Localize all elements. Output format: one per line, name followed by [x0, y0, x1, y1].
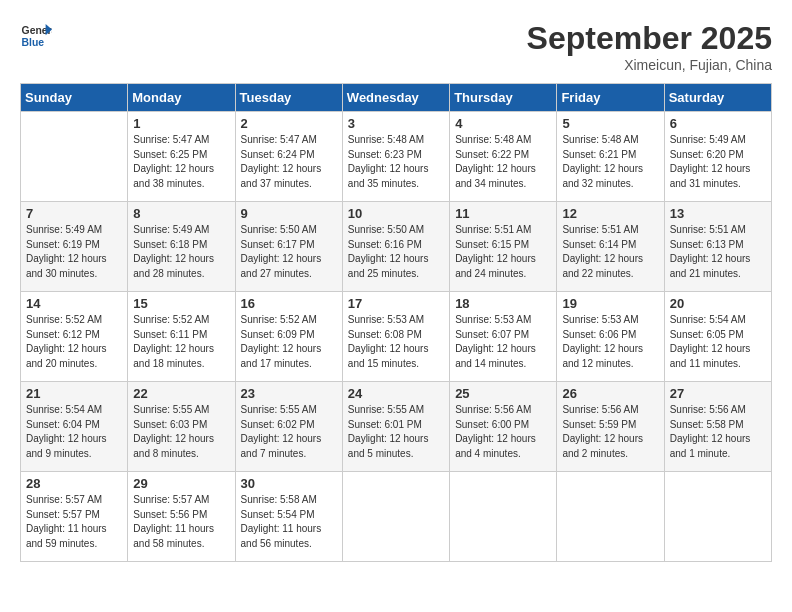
- location: Ximeicun, Fujian, China: [527, 57, 772, 73]
- day-number: 10: [348, 206, 444, 221]
- day-number: 28: [26, 476, 122, 491]
- week-row-4: 21Sunrise: 5:54 AM Sunset: 6:04 PM Dayli…: [21, 382, 772, 472]
- day-info: Sunrise: 5:47 AM Sunset: 6:25 PM Dayligh…: [133, 133, 229, 191]
- calendar-cell: 14Sunrise: 5:52 AM Sunset: 6:12 PM Dayli…: [21, 292, 128, 382]
- day-info: Sunrise: 5:58 AM Sunset: 5:54 PM Dayligh…: [241, 493, 337, 551]
- header-thursday: Thursday: [450, 84, 557, 112]
- day-info: Sunrise: 5:48 AM Sunset: 6:22 PM Dayligh…: [455, 133, 551, 191]
- day-number: 8: [133, 206, 229, 221]
- day-info: Sunrise: 5:49 AM Sunset: 6:18 PM Dayligh…: [133, 223, 229, 281]
- calendar-cell: 17Sunrise: 5:53 AM Sunset: 6:08 PM Dayli…: [342, 292, 449, 382]
- day-info: Sunrise: 5:51 AM Sunset: 6:15 PM Dayligh…: [455, 223, 551, 281]
- day-number: 27: [670, 386, 766, 401]
- day-number: 20: [670, 296, 766, 311]
- day-number: 30: [241, 476, 337, 491]
- calendar-cell: 23Sunrise: 5:55 AM Sunset: 6:02 PM Dayli…: [235, 382, 342, 472]
- week-row-5: 28Sunrise: 5:57 AM Sunset: 5:57 PM Dayli…: [21, 472, 772, 562]
- calendar-cell: 12Sunrise: 5:51 AM Sunset: 6:14 PM Dayli…: [557, 202, 664, 292]
- calendar-cell: 21Sunrise: 5:54 AM Sunset: 6:04 PM Dayli…: [21, 382, 128, 472]
- day-info: Sunrise: 5:49 AM Sunset: 6:20 PM Dayligh…: [670, 133, 766, 191]
- day-info: Sunrise: 5:57 AM Sunset: 5:57 PM Dayligh…: [26, 493, 122, 551]
- calendar-header-row: SundayMondayTuesdayWednesdayThursdayFrid…: [21, 84, 772, 112]
- calendar-cell: 26Sunrise: 5:56 AM Sunset: 5:59 PM Dayli…: [557, 382, 664, 472]
- calendar-cell: 10Sunrise: 5:50 AM Sunset: 6:16 PM Dayli…: [342, 202, 449, 292]
- week-row-1: 1Sunrise: 5:47 AM Sunset: 6:25 PM Daylig…: [21, 112, 772, 202]
- day-number: 5: [562, 116, 658, 131]
- calendar-cell: 13Sunrise: 5:51 AM Sunset: 6:13 PM Dayli…: [664, 202, 771, 292]
- day-info: Sunrise: 5:54 AM Sunset: 6:04 PM Dayligh…: [26, 403, 122, 461]
- day-number: 19: [562, 296, 658, 311]
- day-number: 16: [241, 296, 337, 311]
- day-info: Sunrise: 5:49 AM Sunset: 6:19 PM Dayligh…: [26, 223, 122, 281]
- day-info: Sunrise: 5:50 AM Sunset: 6:17 PM Dayligh…: [241, 223, 337, 281]
- page-header: General Blue September 2025 Ximeicun, Fu…: [20, 20, 772, 73]
- day-number: 1: [133, 116, 229, 131]
- header-friday: Friday: [557, 84, 664, 112]
- logo-icon: General Blue: [20, 20, 52, 52]
- title-block: September 2025 Ximeicun, Fujian, China: [527, 20, 772, 73]
- calendar-table: SundayMondayTuesdayWednesdayThursdayFrid…: [20, 83, 772, 562]
- day-info: Sunrise: 5:53 AM Sunset: 6:07 PM Dayligh…: [455, 313, 551, 371]
- calendar-cell: 7Sunrise: 5:49 AM Sunset: 6:19 PM Daylig…: [21, 202, 128, 292]
- day-number: 11: [455, 206, 551, 221]
- calendar-cell: 30Sunrise: 5:58 AM Sunset: 5:54 PM Dayli…: [235, 472, 342, 562]
- header-sunday: Sunday: [21, 84, 128, 112]
- header-tuesday: Tuesday: [235, 84, 342, 112]
- calendar-cell: 5Sunrise: 5:48 AM Sunset: 6:21 PM Daylig…: [557, 112, 664, 202]
- day-number: 26: [562, 386, 658, 401]
- calendar-cell: 27Sunrise: 5:56 AM Sunset: 5:58 PM Dayli…: [664, 382, 771, 472]
- day-info: Sunrise: 5:56 AM Sunset: 6:00 PM Dayligh…: [455, 403, 551, 461]
- day-info: Sunrise: 5:54 AM Sunset: 6:05 PM Dayligh…: [670, 313, 766, 371]
- day-info: Sunrise: 5:51 AM Sunset: 6:14 PM Dayligh…: [562, 223, 658, 281]
- day-info: Sunrise: 5:53 AM Sunset: 6:06 PM Dayligh…: [562, 313, 658, 371]
- calendar-cell: 28Sunrise: 5:57 AM Sunset: 5:57 PM Dayli…: [21, 472, 128, 562]
- day-number: 9: [241, 206, 337, 221]
- day-info: Sunrise: 5:53 AM Sunset: 6:08 PM Dayligh…: [348, 313, 444, 371]
- calendar-cell: 11Sunrise: 5:51 AM Sunset: 6:15 PM Dayli…: [450, 202, 557, 292]
- calendar-cell: 29Sunrise: 5:57 AM Sunset: 5:56 PM Dayli…: [128, 472, 235, 562]
- day-info: Sunrise: 5:48 AM Sunset: 6:21 PM Dayligh…: [562, 133, 658, 191]
- calendar-cell: 22Sunrise: 5:55 AM Sunset: 6:03 PM Dayli…: [128, 382, 235, 472]
- day-info: Sunrise: 5:51 AM Sunset: 6:13 PM Dayligh…: [670, 223, 766, 281]
- calendar-cell: 4Sunrise: 5:48 AM Sunset: 6:22 PM Daylig…: [450, 112, 557, 202]
- day-number: 15: [133, 296, 229, 311]
- day-number: 3: [348, 116, 444, 131]
- calendar-cell: 1Sunrise: 5:47 AM Sunset: 6:25 PM Daylig…: [128, 112, 235, 202]
- day-info: Sunrise: 5:47 AM Sunset: 6:24 PM Dayligh…: [241, 133, 337, 191]
- calendar-cell: 19Sunrise: 5:53 AM Sunset: 6:06 PM Dayli…: [557, 292, 664, 382]
- header-wednesday: Wednesday: [342, 84, 449, 112]
- month-title: September 2025: [527, 20, 772, 57]
- calendar-cell: 24Sunrise: 5:55 AM Sunset: 6:01 PM Dayli…: [342, 382, 449, 472]
- day-number: 18: [455, 296, 551, 311]
- day-number: 23: [241, 386, 337, 401]
- calendar-cell: 6Sunrise: 5:49 AM Sunset: 6:20 PM Daylig…: [664, 112, 771, 202]
- calendar-cell: 18Sunrise: 5:53 AM Sunset: 6:07 PM Dayli…: [450, 292, 557, 382]
- calendar-cell: 15Sunrise: 5:52 AM Sunset: 6:11 PM Dayli…: [128, 292, 235, 382]
- day-number: 6: [670, 116, 766, 131]
- day-info: Sunrise: 5:55 AM Sunset: 6:01 PM Dayligh…: [348, 403, 444, 461]
- day-info: Sunrise: 5:52 AM Sunset: 6:11 PM Dayligh…: [133, 313, 229, 371]
- day-info: Sunrise: 5:56 AM Sunset: 5:58 PM Dayligh…: [670, 403, 766, 461]
- day-number: 7: [26, 206, 122, 221]
- day-number: 12: [562, 206, 658, 221]
- day-info: Sunrise: 5:55 AM Sunset: 6:02 PM Dayligh…: [241, 403, 337, 461]
- day-number: 24: [348, 386, 444, 401]
- day-number: 14: [26, 296, 122, 311]
- week-row-3: 14Sunrise: 5:52 AM Sunset: 6:12 PM Dayli…: [21, 292, 772, 382]
- calendar-cell: 25Sunrise: 5:56 AM Sunset: 6:00 PM Dayli…: [450, 382, 557, 472]
- day-number: 25: [455, 386, 551, 401]
- calendar-cell: [557, 472, 664, 562]
- svg-text:Blue: Blue: [22, 37, 45, 48]
- day-number: 29: [133, 476, 229, 491]
- week-row-2: 7Sunrise: 5:49 AM Sunset: 6:19 PM Daylig…: [21, 202, 772, 292]
- logo: General Blue: [20, 20, 52, 52]
- day-info: Sunrise: 5:56 AM Sunset: 5:59 PM Dayligh…: [562, 403, 658, 461]
- calendar-cell: [450, 472, 557, 562]
- day-number: 2: [241, 116, 337, 131]
- day-number: 22: [133, 386, 229, 401]
- header-monday: Monday: [128, 84, 235, 112]
- calendar-cell: 2Sunrise: 5:47 AM Sunset: 6:24 PM Daylig…: [235, 112, 342, 202]
- calendar-cell: 3Sunrise: 5:48 AM Sunset: 6:23 PM Daylig…: [342, 112, 449, 202]
- day-info: Sunrise: 5:50 AM Sunset: 6:16 PM Dayligh…: [348, 223, 444, 281]
- day-info: Sunrise: 5:52 AM Sunset: 6:12 PM Dayligh…: [26, 313, 122, 371]
